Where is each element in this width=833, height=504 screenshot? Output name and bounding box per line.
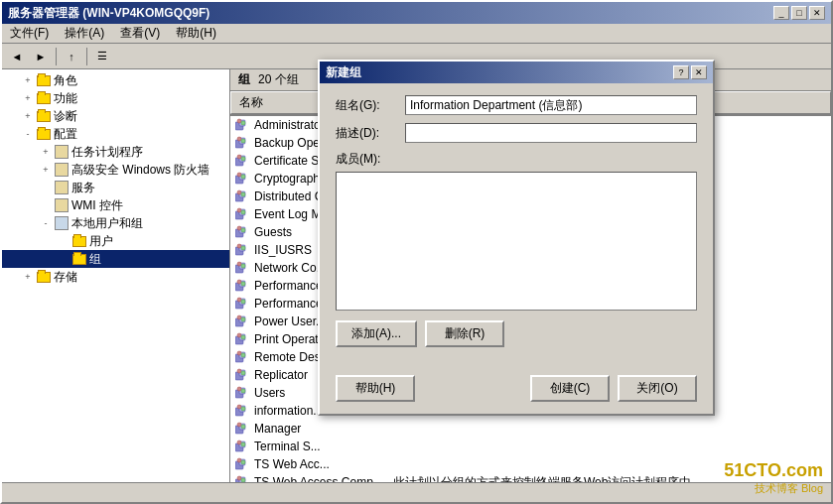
dialog-help-button[interactable]: ? <box>673 65 689 79</box>
group-item-icon <box>234 189 250 204</box>
gear-icon-taskscheduler <box>54 144 69 160</box>
toolbar-show-hide[interactable]: ☰ <box>91 47 113 66</box>
group-item-icon <box>234 474 250 482</box>
svg-point-23 <box>241 210 245 214</box>
dialog-help-footer-button[interactable]: 帮助(H) <box>336 375 415 402</box>
desc-input[interactable] <box>405 123 697 143</box>
tree-item-firewall[interactable]: + 高级安全 Windows 防火墙 <box>2 161 229 179</box>
group-item[interactable]: TS Web Access Comp... 此计划以分组的方式来控制终端服务We… <box>230 473 831 482</box>
svg-point-47 <box>241 317 245 321</box>
expand-groups <box>56 251 71 267</box>
menu-file[interactable]: 文件(F) <box>6 24 53 43</box>
tree-item-features[interactable]: + 功能 <box>2 89 229 107</box>
tree-item-roles[interactable]: + 角色 <box>2 71 229 89</box>
dialog-close-button[interactable]: ✕ <box>691 65 707 79</box>
group-item-icon <box>234 439 250 454</box>
folder-icon-features <box>36 90 52 106</box>
svg-point-34 <box>237 262 241 266</box>
svg-point-3 <box>241 121 245 125</box>
svg-point-50 <box>237 333 241 337</box>
group-name-row: 组名(G): <box>336 95 697 115</box>
svg-point-42 <box>237 298 241 302</box>
tree-item-groups[interactable]: 组 <box>2 250 229 268</box>
tree-label-taskscheduler: 任务计划程序 <box>71 144 143 161</box>
group-item-icon <box>234 224 250 240</box>
remove-member-button[interactable]: 删除(R) <box>425 320 504 347</box>
group-item[interactable]: Terminal S... <box>230 438 831 455</box>
tree-label-roles: 角色 <box>54 72 77 89</box>
folder-icon-users <box>71 233 87 249</box>
svg-point-2 <box>237 119 241 123</box>
group-item-icon <box>234 153 250 169</box>
expand-firewall: + <box>38 162 54 178</box>
tree-label-storage: 存储 <box>54 269 77 286</box>
panel-title: 组 <box>238 71 250 88</box>
dialog-body: 组名(G): 描述(D): 成员(M): 添加(A)... 删除(R) <box>320 83 713 369</box>
tree-label-localusers: 本地用户和组 <box>71 215 143 232</box>
svg-point-26 <box>237 226 241 230</box>
close-button[interactable]: ✕ <box>809 6 825 20</box>
add-member-button[interactable]: 添加(A)... <box>336 320 417 347</box>
create-button[interactable]: 创建(C) <box>530 375 610 402</box>
tree-item-taskscheduler[interactable]: + 任务计划程序 <box>2 143 229 161</box>
group-item-icon <box>234 242 250 258</box>
group-name-input[interactable] <box>405 95 697 115</box>
tree-item-storage[interactable]: + 存储 <box>2 268 229 286</box>
svg-point-62 <box>237 387 241 391</box>
maximize-button[interactable]: □ <box>791 6 807 20</box>
group-item-icon <box>234 367 250 383</box>
tree-label-services: 服务 <box>71 180 95 196</box>
svg-point-46 <box>237 315 241 319</box>
tree-item-diagnostics[interactable]: + 诊断 <box>2 107 229 125</box>
tree-label-wmi: WMI 控件 <box>71 197 123 214</box>
group-item-icon <box>234 421 250 437</box>
group-item-icon <box>234 260 250 276</box>
expand-localusers: - <box>38 215 54 231</box>
toolbar-back[interactable]: ◄ <box>6 47 28 66</box>
tree-item-services[interactable]: 服务 <box>2 179 229 196</box>
members-section: 成员(M): <box>336 151 697 311</box>
svg-point-10 <box>237 155 241 159</box>
group-item[interactable]: Manager <box>230 420 831 438</box>
toolbar-forward[interactable]: ► <box>30 47 52 66</box>
tree-item-users[interactable]: 用户 <box>2 232 229 250</box>
svg-point-7 <box>241 139 245 143</box>
group-item-icon <box>234 206 250 222</box>
svg-point-74 <box>237 441 241 444</box>
svg-point-66 <box>237 405 241 409</box>
dialog-title: 新建组 <box>326 64 361 81</box>
svg-point-71 <box>241 425 245 429</box>
expand-diagnostics: + <box>20 108 36 124</box>
users-icon-localusers <box>54 215 69 231</box>
svg-point-54 <box>237 351 241 355</box>
menu-view[interactable]: 查看(V) <box>116 24 164 43</box>
tree-item-config[interactable]: - 配置 <box>2 125 229 143</box>
folder-icon-roles <box>36 72 52 88</box>
svg-point-79 <box>241 460 245 464</box>
status-bar <box>2 482 831 502</box>
group-item[interactable]: TS Web Acc... <box>230 455 831 473</box>
gear-icon-services <box>54 180 69 195</box>
title-bar: 服务器管理器 (WIN-VP4KOMGQQ9F) _ □ ✕ <box>2 2 831 24</box>
menu-help[interactable]: 帮助(H) <box>172 24 220 43</box>
svg-point-82 <box>237 476 241 480</box>
expand-users <box>56 233 71 249</box>
group-item-icon <box>234 403 250 419</box>
tree-item-wmi[interactable]: WMI 控件 <box>2 196 229 214</box>
group-name: TS Web Acc... <box>254 457 393 471</box>
group-item-icon <box>234 331 250 347</box>
minimize-button[interactable]: _ <box>773 6 789 20</box>
toolbar-up[interactable]: ↑ <box>61 47 82 66</box>
expand-storage: + <box>20 269 36 285</box>
group-item-icon <box>234 385 250 401</box>
svg-point-78 <box>237 458 241 462</box>
svg-point-75 <box>241 442 245 446</box>
panel-count: 20 个组 <box>258 71 299 88</box>
dialog-close-footer-button[interactable]: 关闭(O) <box>618 375 697 402</box>
toolbar-separator-2 <box>86 48 87 65</box>
menu-action[interactable]: 操作(A) <box>61 24 108 43</box>
svg-point-59 <box>241 371 245 375</box>
expand-roles: + <box>20 72 36 88</box>
group-item-icon <box>234 117 250 133</box>
tree-item-localusers[interactable]: - 本地用户和组 <box>2 214 229 232</box>
